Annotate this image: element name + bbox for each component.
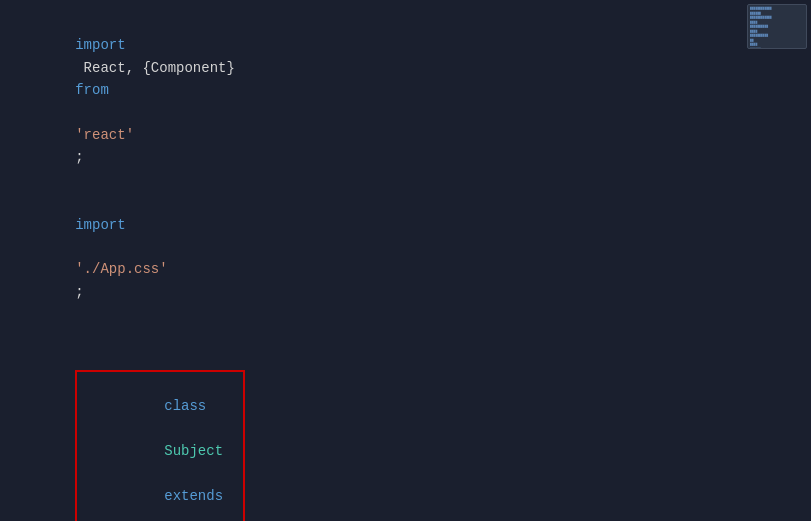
line-2: import './App.css' ; xyxy=(0,191,811,325)
keyword-import2: import xyxy=(75,217,125,233)
line-1: import React, {Component} from 'react' ; xyxy=(0,12,811,191)
keyword-import: import xyxy=(75,37,125,53)
keyword-class: class xyxy=(164,398,206,414)
thumbnail-preview: ████████████ ██████ ████████████ ████ ██… xyxy=(747,4,807,49)
keyword-extends: extends xyxy=(164,488,223,504)
thumb-content: ████████████ ██████ ████████████ ████ ██… xyxy=(748,5,806,49)
line-4: class Subject extends Component { Subjec… xyxy=(0,347,811,521)
classname-subject: Subject xyxy=(164,443,223,459)
code-content: import React, {Component} from 'react' ;… xyxy=(0,8,811,521)
string-css: './App.css' xyxy=(75,261,167,277)
string-react: 'react' xyxy=(75,127,134,143)
class-subject-highlight: class Subject extends Component xyxy=(75,370,245,521)
code-editor: import React, {Component} from 'react' ;… xyxy=(0,0,811,521)
keyword-from: from xyxy=(75,82,109,98)
empty-line-1 xyxy=(0,325,811,347)
